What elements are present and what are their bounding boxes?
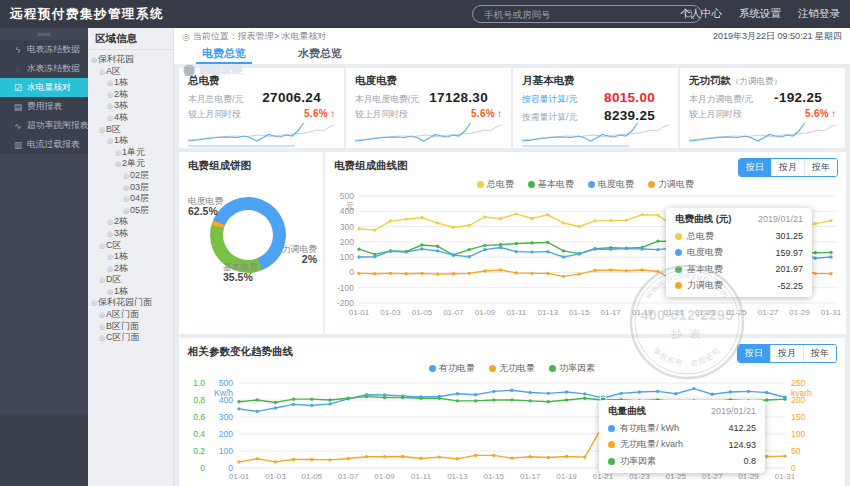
breadcrumb-bar: ◎ 当前位置：报表管理> 水电量核对 2019年3月22日 09:50:21 星… bbox=[174, 28, 850, 45]
tree-node-1栋[interactable]: ◎1栋 bbox=[88, 251, 173, 263]
period-button-按月[interactable]: 按月 bbox=[771, 159, 804, 176]
tree-expander-icon[interactable]: ◎ bbox=[123, 195, 129, 202]
stat-card-sparkline bbox=[355, 121, 502, 145]
tree-node-C区[interactable]: ◎C区 bbox=[88, 240, 173, 252]
tooltip-series-name: 总电费 bbox=[687, 230, 714, 243]
sidebar-item-超功率跳闸报表[interactable]: ∿超功率跳闸报表 bbox=[0, 116, 88, 135]
tree-expander-icon[interactable]: ◎ bbox=[123, 207, 129, 214]
search-box bbox=[472, 5, 702, 23]
tree-node-1栋[interactable]: ◎1栋 bbox=[88, 135, 173, 147]
tree-node-保利花园[interactable]: ◎保利花园 bbox=[88, 54, 173, 66]
tree-expander-icon[interactable]: ◎ bbox=[99, 242, 105, 249]
sidebar-item-帮助[interactable]: ⊞帮助 bbox=[174, 56, 850, 84]
tree-expander-icon[interactable]: ◎ bbox=[107, 114, 113, 121]
topbar-link-0[interactable]: 个人中心 bbox=[680, 7, 722, 21]
legend-item-基本电费[interactable]: 基本电费 bbox=[528, 178, 574, 191]
tree-node-label: 3栋 bbox=[114, 228, 128, 238]
tree-expander-icon[interactable]: ◎ bbox=[99, 311, 105, 318]
tree-expander-icon[interactable]: ◎ bbox=[99, 323, 105, 330]
tree-expander-icon[interactable]: ◎ bbox=[107, 230, 113, 237]
sidebar-item-水表冻结数据[interactable]: ◌水表冻结数据 bbox=[0, 59, 88, 78]
tree-expander-icon[interactable]: ◎ bbox=[115, 149, 121, 156]
tree-node-4栋[interactable]: ◎4栋 bbox=[88, 112, 173, 124]
tree-node-3栋[interactable]: ◎3栋 bbox=[88, 100, 173, 112]
sidebar-item-label: 水电量核对 bbox=[27, 82, 71, 94]
tree-expander-icon[interactable]: ◎ bbox=[123, 172, 129, 179]
tooltip-row: 无功电量/ kvarh124.93 bbox=[608, 438, 756, 451]
period-button-按日[interactable]: 按日 bbox=[739, 159, 771, 176]
tree-expander-icon[interactable]: ◎ bbox=[99, 334, 105, 341]
svg-text:01-11: 01-11 bbox=[506, 308, 526, 317]
search-input[interactable] bbox=[482, 7, 671, 22]
tree-expander-icon[interactable]: ◎ bbox=[107, 79, 113, 86]
tree-expander-icon[interactable]: ◎ bbox=[99, 126, 105, 133]
tree-node-05层[interactable]: ◎05层 bbox=[88, 205, 173, 217]
tree-node-04层[interactable]: ◎04层 bbox=[88, 193, 173, 205]
svg-text:01-05: 01-05 bbox=[302, 472, 323, 481]
tree-node-2栋[interactable]: ◎2栋 bbox=[88, 263, 173, 275]
tree-node-1栋[interactable]: ◎1栋 bbox=[88, 286, 173, 298]
tree-expander-icon[interactable]: ◎ bbox=[115, 160, 121, 167]
sidebar-item-电流过载报表[interactable]: ▥电流过载报表 bbox=[0, 135, 88, 154]
tree-expander-icon[interactable]: ◎ bbox=[107, 137, 113, 144]
tree-expander-icon[interactable]: ◎ bbox=[107, 218, 113, 225]
tree-expander-icon[interactable]: ◎ bbox=[123, 184, 129, 191]
legend-item-功率因素[interactable]: 功率因素 bbox=[549, 362, 595, 375]
tree-node-B区[interactable]: ◎B区 bbox=[88, 124, 173, 136]
period-button-按月[interactable]: 按月 bbox=[770, 345, 803, 362]
tree-expander-icon[interactable]: ◎ bbox=[99, 276, 105, 283]
sidebar-item-水电量核对[interactable]: ☑水电量核对 bbox=[0, 78, 88, 97]
tree-node-2栋[interactable]: ◎2栋 bbox=[88, 216, 173, 228]
tree-expander-icon[interactable]: ◎ bbox=[99, 68, 105, 75]
legend-item-电度电费[interactable]: 电度电费 bbox=[588, 178, 634, 191]
tree-node-保利花园门面[interactable]: ◎保利花园门面 bbox=[88, 297, 173, 309]
legend-item-有功电量[interactable]: 有功电量 bbox=[429, 362, 475, 375]
svg-text:0.4: 0.4 bbox=[193, 429, 205, 439]
period-button-按年[interactable]: 按年 bbox=[803, 345, 836, 362]
legend-dot bbox=[588, 181, 595, 188]
tree-expander-icon[interactable]: ◎ bbox=[91, 299, 97, 306]
topbar-link-2[interactable]: 注销登录 bbox=[798, 7, 840, 21]
tree-node-02层[interactable]: ◎02层 bbox=[88, 170, 173, 182]
tree-expander-icon[interactable]: ◎ bbox=[107, 265, 113, 272]
sidebar-item-电表冻结数据[interactable]: ϟ电表冻结数据 bbox=[0, 40, 88, 59]
sidebar-collapse-handle[interactable] bbox=[37, 33, 51, 36]
svg-text:01-21: 01-21 bbox=[663, 308, 684, 317]
breadcrumb: 当前位置：报表管理> 水电量核对 bbox=[193, 30, 327, 43]
tree-node-2栋[interactable]: ◎2栋 bbox=[88, 89, 173, 101]
period-button-按年[interactable]: 按年 bbox=[804, 159, 837, 176]
trend-period-buttons: 按日按月按年 bbox=[737, 344, 837, 363]
stat-card-row: 较上月同时段5.6%↑ bbox=[689, 108, 836, 121]
tree-expander-icon[interactable]: ◎ bbox=[107, 288, 113, 295]
tree-node-label: 04层 bbox=[130, 193, 149, 203]
tree-node-1单元[interactable]: ◎1单元 bbox=[88, 147, 173, 159]
tree-expander-icon[interactable]: ◎ bbox=[107, 253, 113, 260]
tree-node-A区[interactable]: ◎A区 bbox=[88, 66, 173, 78]
svg-text:0.8: 0.8 bbox=[193, 395, 205, 405]
tree-node-03层[interactable]: ◎03层 bbox=[88, 182, 173, 194]
tree-node-C区门面[interactable]: ◎C区门面 bbox=[88, 332, 173, 344]
sidebar-item-费用报表[interactable]: ▤费用报表 bbox=[0, 97, 88, 116]
tooltip-row: 功率因素0.8 bbox=[608, 455, 756, 468]
tree-node-B区门面[interactable]: ◎B区门面 bbox=[88, 321, 173, 333]
legend-item-总电费[interactable]: 总电费 bbox=[477, 178, 514, 191]
tree-node-label: 保利花园门面 bbox=[98, 297, 152, 307]
tree-node-A区门面[interactable]: ◎A区门面 bbox=[88, 309, 173, 321]
tree-node-D区[interactable]: ◎D区 bbox=[88, 274, 173, 286]
sidebar-footer bbox=[0, 415, 88, 486]
tree-expander-icon[interactable]: ◎ bbox=[107, 102, 113, 109]
svg-text:200: 200 bbox=[219, 429, 233, 439]
tree-node-3栋[interactable]: ◎3栋 bbox=[88, 228, 173, 240]
svg-text:kvarh: kvarh bbox=[791, 388, 812, 398]
period-button-按日[interactable]: 按日 bbox=[738, 345, 770, 362]
tree-node-1栋[interactable]: ◎1栋 bbox=[88, 77, 173, 89]
svg-text:01-07: 01-07 bbox=[443, 308, 464, 317]
legend-item-无功电量[interactable]: 无功电量 bbox=[489, 362, 535, 375]
tree-expander-icon[interactable]: ◎ bbox=[91, 56, 97, 63]
svg-text:01-11: 01-11 bbox=[411, 472, 431, 481]
topbar-link-1[interactable]: 系统设置 bbox=[739, 7, 781, 21]
tree-node-2单元[interactable]: ◎2单元 bbox=[88, 158, 173, 170]
tooltip-series-dot bbox=[675, 266, 682, 273]
legend-item-力调电费[interactable]: 力调电费 bbox=[648, 178, 694, 191]
tree-expander-icon[interactable]: ◎ bbox=[107, 91, 113, 98]
